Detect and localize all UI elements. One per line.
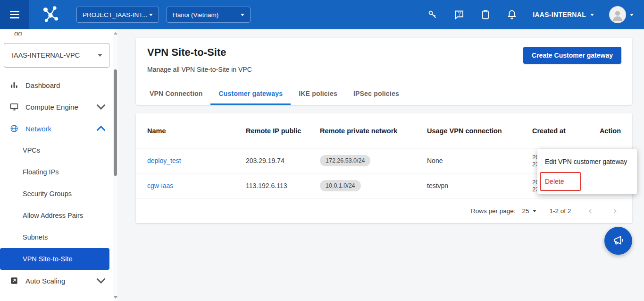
hamburger-icon — [10, 11, 19, 12]
sidebar-item-subnets[interactable]: Subnets — [0, 226, 113, 248]
chevron-down-icon — [98, 54, 102, 57]
tab-ipsec-policies[interactable]: IPSec policies — [345, 90, 407, 105]
page-header-card: VPN Site-to-Site Manage all VPN Site-to-… — [136, 38, 632, 105]
column-header-created-at: Created at — [532, 127, 594, 135]
vpc-selector-dropdown[interactable]: IAAS-INTERNAL-VPC — [4, 43, 109, 68]
support-chat-icon[interactable]: ? — [453, 9, 465, 20]
sidebar-item-auto-scaling[interactable]: Auto Scaling — [0, 270, 113, 292]
chevron-down-icon — [241, 14, 244, 16]
menu-button[interactable] — [0, 0, 29, 29]
announcement-fab-button[interactable] — [604, 227, 632, 255]
page-subtitle: Manage all VPN Site-to-Site in VPC — [147, 66, 621, 73]
menu-item-delete[interactable]: Delete — [537, 172, 637, 191]
previous-page-button[interactable]: ‹ — [584, 206, 596, 215]
project-dropdown[interactable]: PROJECT_IAAS-INT... — [76, 7, 159, 23]
rows-per-page-select[interactable]: 25 — [522, 207, 536, 215]
sidebar-item-clipped[interactable]: gg — [0, 29, 113, 35]
scroll-up-button[interactable] — [113, 30, 117, 36]
sidebar-item-label: Compute Engine — [25, 103, 90, 111]
avatar — [609, 6, 626, 23]
chevron-down-icon — [149, 14, 153, 16]
top-bar-actions: ? IAAS-INTERNAL — [427, 6, 644, 23]
monitor-icon — [9, 102, 19, 112]
chevron-down-icon — [533, 210, 536, 212]
tab-vpn-connection[interactable]: VPN Connection — [142, 90, 210, 105]
region-dropdown[interactable]: Hanoi (Vietnam) — [167, 7, 251, 23]
rows-per-page-label: Rows per page: — [471, 207, 516, 215]
globe-icon — [9, 124, 19, 133]
column-header-name: Name — [147, 127, 246, 135]
sidebar-item-network[interactable]: Network — [0, 118, 113, 139]
chevron-down-icon — [96, 102, 106, 112]
key-icon[interactable] — [427, 9, 438, 20]
sidebar-item-dashboard[interactable]: Dashboard — [0, 74, 113, 96]
logo-icon — [41, 5, 60, 25]
sidebar-item-compute-engine[interactable]: Compute Engine — [0, 96, 113, 118]
region-dropdown-label: Hanoi (Vietnam) — [173, 11, 218, 18]
main-content: VPN Site-to-Site Manage all VPN Site-to-… — [117, 29, 644, 301]
triangle-up-icon — [114, 32, 117, 34]
table-footer: Rows per page: 25 1-2 of 2 ‹ › — [136, 198, 632, 223]
create-customer-gateway-button[interactable]: Create Customer gateway — [523, 47, 621, 64]
tab-bar: VPN Connection Customer gateways IKE pol… — [142, 90, 407, 105]
avatar-menu[interactable] — [609, 6, 634, 23]
clipboard-icon[interactable] — [480, 9, 491, 20]
sidebar-item-floating-ips[interactable]: Floating IPs — [0, 161, 113, 183]
chevron-down-icon — [590, 14, 594, 16]
network-chip: 172.26.53.0/24 — [320, 155, 370, 166]
usage-value: testvpn — [427, 182, 532, 189]
auto-scaling-icon — [9, 276, 19, 285]
sidebar-item-vpn-site-to-site[interactable]: VPN Site-to-Site — [0, 248, 109, 270]
svg-text:?: ? — [458, 11, 461, 17]
account-menu[interactable]: IAAS-INTERNAL — [533, 11, 594, 18]
chevron-down-icon — [96, 276, 106, 285]
sidebar-item-label: Auto Scaling — [25, 277, 90, 285]
menu-item-edit-gateway[interactable]: Edit VPN customer gateway — [537, 152, 637, 172]
scrollbar-thumb[interactable] — [114, 69, 117, 176]
triangle-down-icon — [114, 296, 117, 299]
network-chip: 10.0.1.0/24 — [320, 180, 361, 191]
remote-ip-value: 113.192.6.113 — [246, 182, 320, 189]
sidebar-item-security-groups[interactable]: Security Groups — [0, 183, 113, 205]
row-action-context-menu: Edit VPN customer gateway Delete — [537, 149, 637, 194]
vpc-selector-label: IAAS-INTERNAL-VPC — [12, 52, 80, 59]
project-dropdown-label: PROJECT_IAAS-INT... — [83, 11, 147, 18]
top-bar: PROJECT_IAAS-INT... Hanoi (Vietnam) ? — [0, 0, 644, 29]
next-page-button[interactable]: › — [609, 206, 621, 215]
tab-customer-gateways[interactable]: Customer gateways — [210, 90, 291, 105]
column-header-remote-ip: Remote IP public — [246, 127, 320, 135]
notifications-bell-icon[interactable] — [506, 9, 518, 20]
chevron-up-icon — [96, 124, 106, 133]
pagination-range: 1-2 of 2 — [550, 207, 571, 215]
scroll-down-button[interactable] — [113, 294, 117, 300]
sidebar: gg IAAS-INTERNAL-VPC Dashboard Compute E… — [0, 29, 113, 301]
sidebar-item-vpcs[interactable]: VPCs — [0, 139, 113, 161]
chevron-down-icon — [630, 14, 634, 16]
account-label: IAAS-INTERNAL — [533, 11, 586, 18]
bar-chart-icon — [9, 80, 19, 90]
megaphone-icon — [612, 234, 625, 247]
gateway-name-link[interactable]: deploy_test — [147, 157, 181, 164]
table-header-row: Name Remote IP public Remote private net… — [136, 113, 632, 148]
column-header-usage: Usage VPN connection — [427, 127, 532, 135]
column-header-remote-network: Remote private network — [320, 127, 427, 135]
tab-ike-policies[interactable]: IKE policies — [291, 90, 345, 105]
sidebar-scrollbar[interactable] — [113, 29, 117, 301]
gateway-name-link[interactable]: cgw-iaas — [147, 182, 173, 189]
usage-value: None — [427, 157, 532, 164]
column-header-action: Action — [594, 127, 621, 135]
sidebar-item-label: Dashboard — [25, 81, 106, 89]
remote-ip-value: 203.29.19.74 — [246, 157, 320, 164]
app-logo[interactable] — [41, 5, 60, 25]
sidebar-item-allow-address-pairs[interactable]: Allow Address Pairs — [0, 205, 113, 226]
sidebar-item-label: Network — [25, 125, 90, 133]
